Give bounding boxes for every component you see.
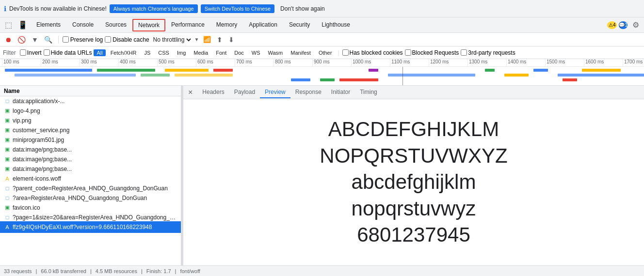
tab-performance[interactable]: Performance — [165, 18, 210, 32]
timeline-area: 100 ms 200 ms 300 ms 400 ms 500 ms 600 m… — [0, 59, 644, 86]
tick-1500: 1500 ms — [545, 59, 584, 66]
preserve-log-checkbox[interactable] — [63, 36, 69, 43]
filter-icon[interactable]: ▼ — [30, 35, 40, 45]
tab-sources[interactable]: Sources — [99, 18, 132, 32]
list-item[interactable]: □ data:application/x-... — [0, 96, 181, 106]
device-toolbar-icon[interactable]: 📱 — [15, 18, 31, 31]
blocked-cookies-checkbox[interactable] — [342, 49, 349, 56]
tab-console[interactable]: Console — [66, 18, 99, 32]
font-line-1: ABCDEFGHIJKLM — [320, 116, 507, 143]
download-icon[interactable]: ⬇ — [226, 35, 236, 45]
filter-label: Filter — [3, 49, 16, 56]
list-item[interactable]: □ ?parent_code=RegisterArea_HNDQ_Guangdo… — [0, 184, 181, 193]
list-item[interactable]: ▣ logo-4.png — [0, 106, 181, 116]
tick-300: 300 ms — [80, 59, 118, 66]
tab-security[interactable]: Security — [283, 18, 316, 32]
clear-button[interactable]: 🚫 — [16, 35, 28, 45]
list-item[interactable]: ▣ customer_service.png — [0, 125, 181, 135]
font-icon: A — [4, 175, 11, 182]
record-button[interactable]: ⏺ — [3, 35, 14, 45]
filter-tag-all[interactable]: All — [94, 49, 105, 56]
tab-memory[interactable]: Memory — [210, 18, 243, 32]
network-toolbar: ⏺ 🚫 ▼ 🔍 Preserve log Disable cache No th… — [0, 33, 644, 46]
tick-400: 400 ms — [118, 59, 157, 66]
settings-icon[interactable]: ⚙ — [629, 18, 642, 31]
list-item[interactable]: □ ?area=RegisterArea_HNDQ_Guangdong_DonG… — [0, 193, 181, 203]
separator: | — [90, 268, 92, 274]
throttle-select[interactable]: No throttling Fast 3G Slow 3G Offline — [151, 36, 193, 44]
tab-headers[interactable]: Headers — [197, 87, 229, 98]
filter-tag-ws[interactable]: WS — [249, 49, 263, 56]
filter-tag-css[interactable]: CSS — [155, 49, 172, 56]
list-item[interactable]: ▣ data:image/png;base... — [0, 164, 181, 174]
filter-tag-img[interactable]: Img — [174, 49, 189, 56]
blocked-requests-checkbox[interactable] — [405, 49, 411, 56]
inspect-icon[interactable]: ⬚ — [2, 18, 15, 31]
doc-icon: □ — [4, 195, 11, 201]
filter-tag-js[interactable]: JS — [141, 49, 153, 56]
warning-badge: ⚠ 4 — [607, 21, 617, 29]
img-icon: ▣ — [4, 107, 11, 114]
timeline-ruler: 100 ms 200 ms 300 ms 400 ms 500 ms 600 m… — [0, 59, 644, 67]
list-item[interactable]: ▣ favicon.ico — [0, 203, 181, 213]
filter-tag-font[interactable]: Font — [213, 49, 229, 56]
wifi-icon[interactable]: 📶 — [201, 35, 213, 44]
tick-1000: 1000 ms — [351, 59, 390, 66]
list-item-selected[interactable]: A ffz9g4IQsHDyEaXl.woff?version=9.666110… — [0, 222, 181, 232]
blocked-cookies-label[interactable]: Has blocked cookies — [342, 49, 403, 56]
tab-payload[interactable]: Payload — [229, 87, 260, 98]
file-list-body[interactable]: □ data:application/x-... ▣ logo-4.png ▣ … — [0, 96, 181, 265]
disable-cache-checkbox[interactable] — [105, 36, 111, 43]
preview-panel: × Headers Payload Preview Response Initi… — [183, 86, 644, 265]
transferred-size: 66.0 kB transferred — [41, 268, 86, 274]
font-icon: A — [4, 224, 11, 230]
switch-chinese-button[interactable]: Switch DevTools to Chinese — [201, 4, 274, 13]
preserve-log-label[interactable]: Preserve log — [63, 36, 103, 43]
tab-preview[interactable]: Preview — [260, 87, 290, 98]
invert-checkbox[interactable] — [20, 49, 26, 56]
tab-application[interactable]: Application — [243, 18, 283, 32]
list-item[interactable]: A element-icons.woff — [0, 174, 181, 184]
match-language-button[interactable]: Always match Chrome's language — [110, 4, 198, 13]
third-party-label[interactable]: 3rd-party requests — [461, 49, 515, 56]
tick-900: 900 ms — [312, 59, 351, 66]
invert-label[interactable]: Invert — [20, 49, 42, 56]
disable-cache-label[interactable]: Disable cache — [105, 36, 149, 43]
main-area: Name □ data:application/x-... ▣ logo-4.p… — [0, 86, 644, 265]
status-bar: 33 requests | 66.0 kB transferred | 4.5 … — [0, 265, 644, 276]
tab-initiator[interactable]: Initiator — [326, 87, 355, 98]
filter-tag-fetch-xhr[interactable]: Fetch/XHR — [108, 49, 140, 56]
filter-tag-media[interactable]: Media — [191, 49, 211, 56]
tick-1100: 1100 ms — [390, 59, 429, 66]
dont-show-button[interactable]: Don't show again — [277, 4, 328, 14]
tab-elements[interactable]: Elements — [31, 18, 66, 32]
hide-data-urls-label[interactable]: Hide data URLs — [44, 49, 92, 56]
list-item[interactable]: ▣ miniprogram501.jpg — [0, 135, 181, 145]
tab-timing[interactable]: Timing — [355, 87, 382, 98]
img-icon: ▣ — [4, 146, 11, 153]
filter-tag-doc[interactable]: Doc — [231, 49, 247, 56]
list-item[interactable]: □ ?page=1&size=20&area=RegisterArea_HNDO… — [0, 213, 181, 222]
doc-icon: □ — [4, 185, 11, 192]
upload-icon[interactable]: ⬆ — [215, 35, 225, 45]
tab-network[interactable]: Network — [132, 19, 165, 31]
tab-response[interactable]: Response — [290, 87, 326, 98]
blocked-requests-label[interactable]: Blocked Requests — [405, 49, 459, 56]
tick-1700: 1700 ms — [623, 59, 644, 66]
list-item[interactable]: ▣ vip.png — [0, 116, 181, 125]
third-party-checkbox[interactable] — [461, 49, 467, 56]
close-panel-button[interactable]: × — [185, 87, 195, 98]
filter-tag-other[interactable]: Other — [316, 49, 335, 56]
list-item[interactable]: ▣ data:image/png;base... — [0, 145, 181, 154]
list-item[interactable]: ▣ data:image/png;base... — [0, 154, 181, 164]
hide-data-urls-checkbox[interactable] — [44, 49, 50, 56]
img-icon: ▣ — [4, 156, 11, 163]
tab-lighthouse[interactable]: Lighthouse — [316, 18, 356, 32]
tick-200: 200 ms — [41, 59, 80, 66]
img-icon: ▣ — [4, 137, 11, 143]
filter-tag-manifest[interactable]: Manifest — [288, 49, 314, 56]
font-preview: ABCDEFGHIJKLM NOPQRSTUVWXYZ abcdefghijkl… — [320, 116, 507, 248]
preview-tabs: × Headers Payload Preview Response Initi… — [183, 86, 644, 99]
filter-tag-wasm[interactable]: Wasm — [265, 49, 286, 56]
search-icon[interactable]: 🔍 — [42, 35, 54, 45]
